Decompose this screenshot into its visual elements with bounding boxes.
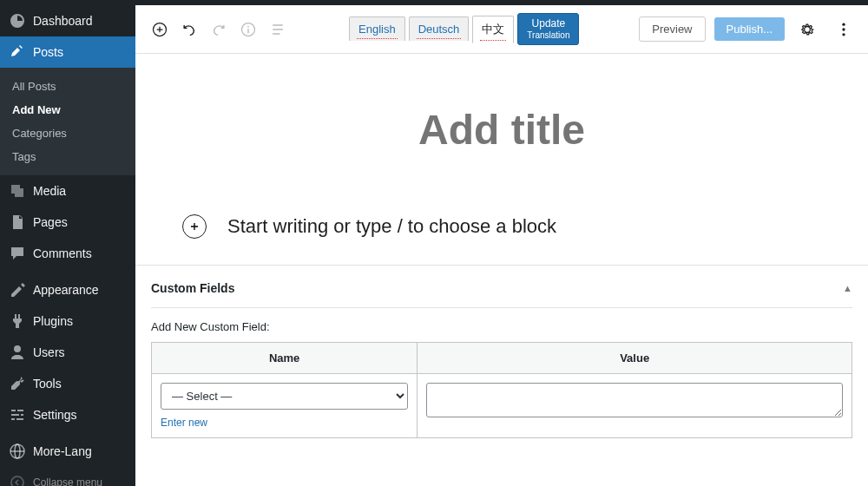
pages-icon (9, 213, 26, 231)
sidebar-item-more-lang[interactable]: More-Lang (0, 436, 135, 467)
publish-button[interactable]: Publish... (714, 17, 785, 41)
name-cell: — Select — Enter new (152, 374, 418, 437)
value-cell (418, 374, 852, 437)
sidebar-label: Comments (33, 246, 92, 260)
field-value-textarea[interactable] (426, 383, 843, 417)
lang-tab-label: 中文 (482, 23, 504, 36)
pin-icon (9, 43, 26, 61)
svg-rect-2 (11, 414, 19, 416)
settings-icon (9, 406, 26, 424)
admin-sidebar: Dashboard Posts All Posts Add New Catego… (0, 0, 135, 486)
field-name-select[interactable]: — Select — (161, 383, 408, 410)
spellcheck-underline (417, 38, 462, 39)
sidebar-label: Media (33, 184, 66, 198)
redo-button[interactable] (205, 16, 233, 43)
language-icon (9, 443, 26, 460)
sidebar-label: Plugins (33, 314, 73, 328)
sidebar-sub-allposts[interactable]: All Posts (0, 75, 135, 98)
dashboard-icon (9, 12, 26, 30)
sidebar-item-posts[interactable]: Posts (0, 36, 135, 68)
sidebar-item-plugins[interactable]: Plugins (0, 305, 135, 337)
add-block-button[interactable] (146, 16, 174, 43)
sidebar-label: Appearance (33, 283, 99, 297)
add-new-field-label: Add New Custom Field: (151, 320, 852, 333)
svg-point-12 (247, 25, 249, 27)
inline-add-block-button[interactable] (182, 214, 207, 239)
editor-toolbar: English Deutsch 中文 Update Translation Pr… (135, 5, 868, 54)
post-title-input[interactable] (170, 106, 833, 154)
toolbar-right-group: Preview Publish... (639, 16, 858, 43)
svg-point-13 (842, 23, 845, 25)
sidebar-label: Dashboard (33, 14, 93, 28)
svg-rect-3 (21, 414, 23, 416)
language-tabs: English Deutsch 中文 Update Translation (349, 13, 579, 44)
outline-button[interactable] (264, 16, 292, 43)
comments-icon (9, 245, 26, 262)
editor-canvas: Start writing or type / to choose a bloc… (135, 54, 868, 265)
info-button[interactable] (234, 16, 262, 43)
svg-point-15 (842, 33, 845, 36)
sidebar-sub-categories[interactable]: Categories (0, 122, 135, 145)
custom-fields-title: Custom Fields (151, 281, 234, 295)
tools-icon (9, 375, 26, 392)
editor-main-area: English Deutsch 中文 Update Translation Pr… (135, 5, 868, 486)
col-header-name: Name (152, 343, 418, 373)
sidebar-sub-tags[interactable]: Tags (0, 145, 135, 168)
svg-rect-5 (16, 418, 23, 420)
sidebar-item-dashboard[interactable]: Dashboard (0, 5, 135, 36)
plugins-icon (9, 312, 26, 330)
lang-tab-label: English (358, 23, 396, 36)
sidebar-item-collapse[interactable]: Collapse menu (0, 467, 135, 486)
update-label: Update (532, 17, 566, 30)
svg-rect-4 (11, 418, 15, 420)
col-header-value: Value (418, 343, 852, 373)
undo-button[interactable] (175, 16, 203, 43)
lang-tab-label: Deutsch (418, 23, 460, 36)
settings-button[interactable] (793, 16, 821, 43)
svg-point-14 (842, 28, 845, 30)
block-appender: Start writing or type / to choose a bloc… (170, 214, 833, 239)
custom-fields-table: Name Value — Select — Enter new (151, 342, 852, 438)
media-icon (9, 182, 26, 200)
sidebar-label: Tools (33, 377, 62, 391)
sidebar-sub-addnew[interactable]: Add New (0, 98, 135, 122)
sidebar-label: Collapse menu (33, 476, 102, 486)
spellcheck-underline (480, 40, 506, 41)
sidebar-item-settings[interactable]: Settings (0, 399, 135, 430)
sidebar-item-appearance[interactable]: Appearance (0, 274, 135, 305)
preview-button[interactable]: Preview (639, 16, 705, 42)
svg-rect-0 (11, 410, 16, 411)
update-translation-button[interactable]: Update Translation (517, 13, 579, 44)
sidebar-item-tools[interactable]: Tools (0, 368, 135, 399)
toolbar-left-group (146, 16, 292, 43)
lang-tab-english[interactable]: English (349, 16, 405, 41)
lang-tab-chinese[interactable]: 中文 (472, 16, 514, 43)
sidebar-label: Users (33, 345, 65, 359)
lang-tab-deutsch[interactable]: Deutsch (409, 16, 470, 41)
spellcheck-underline (357, 38, 398, 39)
table-header-row: Name Value (152, 343, 852, 374)
custom-fields-header[interactable]: Custom Fields ▲ (151, 281, 852, 308)
sidebar-item-users[interactable]: Users (0, 337, 135, 368)
table-body-row: — Select — Enter new (152, 374, 852, 437)
users-icon (9, 344, 26, 361)
svg-rect-1 (17, 410, 23, 411)
panel-collapse-icon: ▲ (843, 283, 852, 293)
editor-scroll-area[interactable]: Start writing or type / to choose a bloc… (135, 54, 868, 486)
sidebar-label: Pages (33, 215, 68, 229)
sidebar-item-pages[interactable]: Pages (0, 207, 135, 238)
block-prompt-text[interactable]: Start writing or type / to choose a bloc… (227, 215, 556, 238)
sidebar-label: Posts (33, 45, 63, 59)
more-options-button[interactable] (830, 16, 858, 43)
enter-new-link[interactable]: Enter new (161, 417, 408, 429)
sidebar-label: Settings (33, 408, 77, 422)
custom-fields-panel: Custom Fields ▲ Add New Custom Field: Na… (135, 265, 868, 464)
sidebar-item-media[interactable]: Media (0, 175, 135, 207)
sidebar-label: More-Lang (33, 444, 92, 458)
sidebar-item-comments[interactable]: Comments (0, 238, 135, 269)
update-sublabel: Translation (527, 30, 569, 41)
appearance-icon (9, 281, 26, 299)
collapse-icon (9, 474, 26, 486)
sidebar-submenu-posts: All Posts Add New Categories Tags (0, 68, 135, 175)
